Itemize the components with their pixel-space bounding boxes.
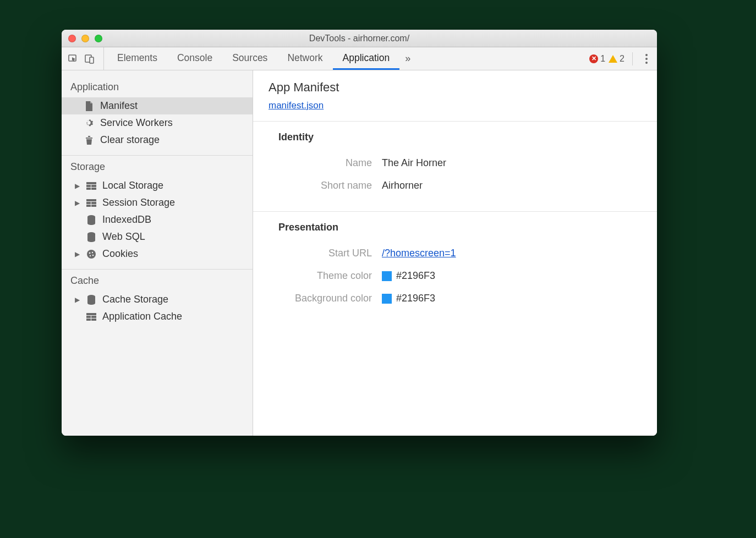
sidebar-item-label: Session Storage <box>102 197 175 208</box>
sidebar-item-web-sql[interactable]: ▶ Web SQL <box>62 228 253 245</box>
svg-point-7 <box>92 251 93 252</box>
inspect-element-icon[interactable] <box>67 53 79 65</box>
sidebar-group-cache: Cache ▶ Cache Storage ▶ Application Cach… <box>62 270 253 332</box>
minimize-window-button[interactable] <box>81 35 89 42</box>
device-toolbar-icon[interactable] <box>84 53 96 65</box>
more-tabs-button[interactable]: » <box>399 47 416 70</box>
sidebar-item-label: Manifest <box>100 100 138 112</box>
sidebar-item-session-storage[interactable]: ▶ Session Storage <box>62 194 253 211</box>
sidebar-item-cookies[interactable]: ▶ Cookies <box>62 245 253 262</box>
kv-value: The Air Horner <box>382 157 446 169</box>
document-icon <box>84 101 95 112</box>
expand-arrow-icon[interactable]: ▶ <box>74 296 80 304</box>
expand-arrow-icon[interactable]: ▶ <box>74 182 80 190</box>
sidebar-item-indexeddb[interactable]: ▶ IndexedDB <box>62 211 253 228</box>
sidebar-item-manifest[interactable]: Manifest <box>62 97 253 114</box>
sidebar-item-label: Cache Storage <box>102 294 168 305</box>
manifest-file-link[interactable]: manifest.json <box>269 100 324 111</box>
manifest-panel: App Manifest manifest.json Identity Name… <box>253 70 657 436</box>
divider <box>632 52 633 65</box>
sidebar-item-cache-storage[interactable]: ▶ Cache Storage <box>62 291 253 308</box>
titlebar: DevTools - airhorner.com/ <box>62 30 657 47</box>
panel-tabs: Elements Console Sources Network Applica… <box>107 47 416 70</box>
trash-icon <box>84 135 95 146</box>
close-window-button[interactable] <box>68 35 76 42</box>
kv-row-start-url: Start URL /?homescreen=1 <box>278 242 642 265</box>
svg-rect-2 <box>90 57 94 63</box>
tab-elements[interactable]: Elements <box>107 47 167 70</box>
table-icon <box>86 311 97 322</box>
start-url-link[interactable]: /?homescreen=1 <box>382 248 456 259</box>
sidebar-group-storage: Storage ▶ Local Storage ▶ Session Storag… <box>62 156 253 270</box>
sidebar-item-service-workers[interactable]: Service Workers <box>62 114 253 131</box>
cookie-icon <box>86 249 97 260</box>
sidebar-item-label: Clear storage <box>100 134 160 146</box>
gear-icon <box>84 118 95 129</box>
section-heading: Identity <box>278 131 642 143</box>
window-controls <box>68 35 102 42</box>
tab-console[interactable]: Console <box>167 47 222 70</box>
kv-value: Airhorner <box>382 180 423 191</box>
expand-arrow-icon[interactable]: ▶ <box>74 250 80 258</box>
table-icon <box>86 180 97 191</box>
svg-point-9 <box>90 255 91 256</box>
maximize-window-button[interactable] <box>95 35 102 42</box>
database-icon <box>86 215 97 226</box>
sidebar-item-label: IndexedDB <box>102 214 151 226</box>
window-title: DevTools - airhorner.com/ <box>309 34 409 43</box>
warnings-indicator[interactable]: 2 <box>609 54 624 64</box>
svg-point-6 <box>89 252 91 254</box>
sidebar-group-header: Cache <box>62 270 253 291</box>
devtools-window: DevTools - airhorner.com/ Elements Conso… <box>62 30 657 436</box>
warning-icon <box>609 55 617 63</box>
kv-key: Name <box>278 157 382 169</box>
tab-application[interactable]: Application <box>333 47 400 70</box>
sidebar-item-label: Application Cache <box>102 311 182 322</box>
identity-section: Identity Name The Air Horner Short name … <box>253 122 657 212</box>
color-swatch <box>382 271 392 281</box>
color-hex: #2196F3 <box>396 270 435 282</box>
kv-key: Background color <box>278 293 382 304</box>
kv-value: #2196F3 <box>382 270 435 282</box>
warning-count: 2 <box>620 54 624 64</box>
sidebar-item-local-storage[interactable]: ▶ Local Storage <box>62 177 253 194</box>
manifest-header: App Manifest manifest.json <box>253 70 657 122</box>
tab-network[interactable]: Network <box>277 47 332 70</box>
sidebar-item-label: Local Storage <box>102 180 163 191</box>
sidebar-item-label: Service Workers <box>100 117 173 129</box>
toolbar-left <box>67 47 104 70</box>
database-icon <box>86 232 97 243</box>
sidebar-item-label: Web SQL <box>102 231 145 243</box>
svg-point-8 <box>92 254 94 256</box>
kv-row-short-name: Short name Airhorner <box>278 174 642 197</box>
svg-point-5 <box>87 250 96 259</box>
settings-menu-button[interactable] <box>640 52 653 66</box>
errors-indicator[interactable]: ✕ 1 <box>589 54 605 64</box>
expand-arrow-icon[interactable]: ▶ <box>74 199 80 207</box>
kv-key: Short name <box>278 180 382 191</box>
kv-key: Theme color <box>278 270 382 282</box>
section-heading: Presentation <box>278 222 642 233</box>
presentation-section: Presentation Start URL /?homescreen=1 Th… <box>253 212 657 324</box>
error-icon: ✕ <box>589 54 598 63</box>
kv-row-background-color: Background color #2196F3 <box>278 287 642 310</box>
sidebar-item-label: Cookies <box>102 248 138 260</box>
kv-value: #2196F3 <box>382 293 435 304</box>
color-swatch <box>382 294 392 304</box>
color-hex: #2196F3 <box>396 293 435 304</box>
sidebar-item-application-cache[interactable]: ▶ Application Cache <box>62 308 253 325</box>
tab-sources[interactable]: Sources <box>222 47 277 70</box>
page-title: App Manifest <box>269 80 642 95</box>
error-count: 1 <box>600 54 605 64</box>
kv-row-name: Name The Air Horner <box>278 152 642 174</box>
sidebar-group-application: Application Manifest Service Workers <box>62 76 253 156</box>
sidebar-group-header: Storage <box>62 156 253 177</box>
sidebar-group-header: Application <box>62 76 253 97</box>
kv-row-theme-color: Theme color #2196F3 <box>278 265 642 287</box>
table-icon <box>86 197 97 208</box>
database-icon <box>86 294 97 305</box>
kv-key: Start URL <box>278 248 382 259</box>
sidebar-item-clear-storage[interactable]: Clear storage <box>62 131 253 149</box>
application-sidebar: Application Manifest Service Workers <box>62 70 253 436</box>
devtools-toolbar: Elements Console Sources Network Applica… <box>62 47 657 70</box>
